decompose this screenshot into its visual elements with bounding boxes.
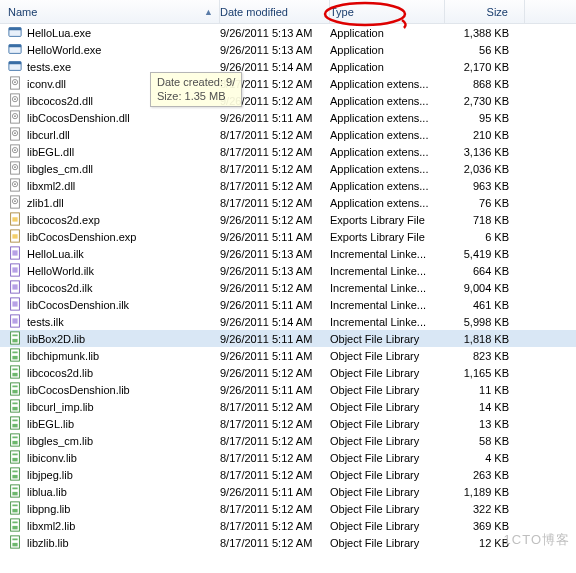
file-row[interactable]: libgles_cm.lib8/17/2011 5:12 AMObject Fi… bbox=[0, 432, 576, 449]
file-type: Application bbox=[330, 44, 445, 56]
file-size: 1,165 KB bbox=[445, 367, 525, 379]
file-icon bbox=[8, 467, 22, 483]
file-date: 8/17/2011 5:12 AM bbox=[220, 469, 330, 481]
file-row[interactable]: zlib1.dll8/17/2011 5:12 AMApplication ex… bbox=[0, 194, 576, 211]
file-size: 13 KB bbox=[445, 418, 525, 430]
file-icon bbox=[8, 42, 22, 58]
file-date: 8/17/2011 5:12 AM bbox=[220, 503, 330, 515]
svg-rect-73 bbox=[12, 487, 17, 489]
file-row[interactable]: HelloWorld.ilk9/26/2011 5:13 AMIncrement… bbox=[0, 262, 576, 279]
file-name: libxml2.lib bbox=[27, 520, 75, 532]
file-date: 8/17/2011 5:12 AM bbox=[220, 418, 330, 430]
svg-rect-76 bbox=[12, 504, 17, 506]
file-row[interactable]: libCocosDenshion.lib9/26/2011 5:11 AMObj… bbox=[0, 381, 576, 398]
file-date: 9/26/2011 5:12 AM bbox=[220, 214, 330, 226]
file-row[interactable]: libgles_cm.dll8/17/2011 5:12 AMApplicati… bbox=[0, 160, 576, 177]
file-icon bbox=[8, 280, 22, 296]
file-type: Object File Library bbox=[330, 401, 445, 413]
svg-rect-63 bbox=[12, 440, 17, 444]
svg-rect-66 bbox=[12, 457, 17, 461]
svg-rect-61 bbox=[12, 419, 17, 421]
file-name: zlib1.dll bbox=[27, 197, 64, 209]
file-row[interactable]: liblua.lib9/26/2011 5:11 AMObject File L… bbox=[0, 483, 576, 500]
file-name: libxml2.dll bbox=[27, 180, 75, 192]
svg-rect-31 bbox=[12, 217, 17, 221]
column-header-name[interactable]: Name ▲ bbox=[0, 0, 220, 23]
file-row[interactable]: libEGL.lib8/17/2011 5:12 AMObject File L… bbox=[0, 415, 576, 432]
file-size: 58 KB bbox=[445, 435, 525, 447]
file-date: 9/26/2011 5:11 AM bbox=[220, 350, 330, 362]
file-row[interactable]: libxml2.lib8/17/2011 5:12 AMObject File … bbox=[0, 517, 576, 534]
file-row[interactable]: libcurl.dll8/17/2011 5:12 AMApplication … bbox=[0, 126, 576, 143]
svg-rect-5 bbox=[9, 61, 21, 64]
file-icon bbox=[8, 59, 22, 75]
file-row[interactable]: HelloLua.ilk9/26/2011 5:13 AMIncremental… bbox=[0, 245, 576, 262]
file-date: 8/17/2011 5:12 AM bbox=[220, 163, 330, 175]
file-icon bbox=[8, 229, 22, 245]
file-size: 2,170 KB bbox=[445, 61, 525, 73]
file-row[interactable]: libcurl_imp.lib8/17/2011 5:12 AMObject F… bbox=[0, 398, 576, 415]
svg-point-20 bbox=[14, 149, 16, 151]
file-row[interactable]: tests.ilk9/26/2011 5:14 AMIncremental Li… bbox=[0, 313, 576, 330]
file-name: libzlib.lib bbox=[27, 537, 69, 549]
file-row[interactable]: libEGL.dll8/17/2011 5:12 AMApplication e… bbox=[0, 143, 576, 160]
svg-rect-58 bbox=[12, 402, 17, 404]
file-row[interactable]: libiconv.lib8/17/2011 5:12 AMObject File… bbox=[0, 449, 576, 466]
file-icon bbox=[8, 399, 22, 415]
file-row[interactable]: libchipmunk.lib9/26/2011 5:11 AMObject F… bbox=[0, 347, 576, 364]
column-header-date[interactable]: Date modified bbox=[220, 0, 330, 23]
file-size: 210 KB bbox=[445, 129, 525, 141]
file-icon bbox=[8, 144, 22, 160]
file-name: iconv.dll bbox=[27, 78, 66, 90]
column-header-size[interactable]: Size bbox=[445, 0, 525, 23]
file-size: 14 KB bbox=[445, 401, 525, 413]
file-row[interactable]: libpng.lib8/17/2011 5:12 AMObject File L… bbox=[0, 500, 576, 517]
file-row[interactable]: libcocos2d.lib9/26/2011 5:12 AMObject Fi… bbox=[0, 364, 576, 381]
file-row[interactable]: libxml2.dll8/17/2011 5:12 AMApplication … bbox=[0, 177, 576, 194]
svg-rect-82 bbox=[12, 538, 17, 540]
file-row[interactable]: HelloWorld.exe9/26/2011 5:13 AMApplicati… bbox=[0, 41, 576, 58]
file-date: 9/26/2011 5:11 AM bbox=[220, 112, 330, 124]
file-icon bbox=[8, 246, 22, 262]
file-name: liblua.lib bbox=[27, 486, 67, 498]
file-name: libCocosDenshion.ilk bbox=[27, 299, 129, 311]
file-row[interactable]: libzlib.lib8/17/2011 5:12 AMObject File … bbox=[0, 534, 576, 551]
svg-rect-1 bbox=[9, 27, 21, 30]
file-size: 1,818 KB bbox=[445, 333, 525, 345]
file-row[interactable]: libcocos2d.exp9/26/2011 5:12 AMExports L… bbox=[0, 211, 576, 228]
svg-rect-70 bbox=[12, 470, 17, 472]
file-row[interactable]: libCocosDenshion.ilk9/26/2011 5:11 AMInc… bbox=[0, 296, 576, 313]
file-size: 263 KB bbox=[445, 469, 525, 481]
file-date: 9/26/2011 5:12 AM bbox=[220, 282, 330, 294]
column-header-type[interactable]: Type bbox=[330, 0, 445, 23]
file-row[interactable]: libcocos2d.ilk9/26/2011 5:12 AMIncrement… bbox=[0, 279, 576, 296]
file-row[interactable]: iconv.dll8/17/2011 5:12 AMApplication ex… bbox=[0, 75, 576, 92]
svg-rect-81 bbox=[12, 542, 17, 546]
file-date: 9/26/2011 5:13 AM bbox=[220, 44, 330, 56]
file-row[interactable]: libjpeg.lib8/17/2011 5:12 AMObject File … bbox=[0, 466, 576, 483]
file-name: libgles_cm.lib bbox=[27, 435, 93, 447]
column-header-name-label: Name bbox=[8, 6, 37, 18]
file-name: libcocos2d.ilk bbox=[27, 282, 92, 294]
file-icon bbox=[8, 382, 22, 398]
file-type: Application extens... bbox=[330, 95, 445, 107]
file-type: Object File Library bbox=[330, 486, 445, 498]
svg-rect-52 bbox=[12, 368, 17, 370]
svg-rect-55 bbox=[12, 385, 17, 387]
file-type: Incremental Linke... bbox=[330, 299, 445, 311]
file-row[interactable]: libcocos2d.dll9/26/2011 5:12 AMApplicati… bbox=[0, 92, 576, 109]
file-name: libCocosDenshion.dll bbox=[27, 112, 130, 124]
svg-rect-64 bbox=[12, 436, 17, 438]
file-type: Object File Library bbox=[330, 333, 445, 345]
file-date: 8/17/2011 5:12 AM bbox=[220, 520, 330, 532]
file-icon bbox=[8, 297, 22, 313]
file-row[interactable]: libCocosDenshion.dll9/26/2011 5:11 AMApp… bbox=[0, 109, 576, 126]
file-row[interactable]: tests.exe9/26/2011 5:14 AMApplication2,1… bbox=[0, 58, 576, 75]
file-size: 76 KB bbox=[445, 197, 525, 209]
file-row[interactable]: HelloLua.exe9/26/2011 5:13 AMApplication… bbox=[0, 24, 576, 41]
file-date: 9/26/2011 5:14 AM bbox=[220, 316, 330, 328]
file-row[interactable]: libBox2D.lib9/26/2011 5:11 AMObject File… bbox=[0, 330, 576, 347]
file-date: 9/26/2011 5:11 AM bbox=[220, 231, 330, 243]
file-row[interactable]: libCocosDenshion.exp9/26/2011 5:11 AMExp… bbox=[0, 228, 576, 245]
file-date: 9/26/2011 5:11 AM bbox=[220, 486, 330, 498]
